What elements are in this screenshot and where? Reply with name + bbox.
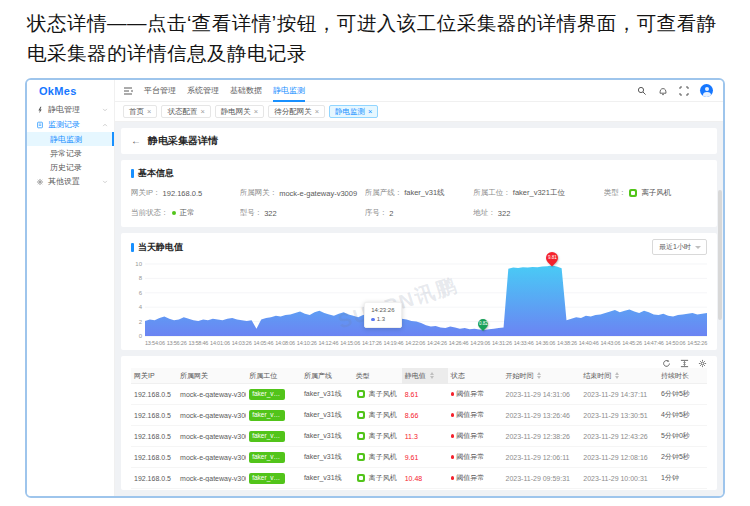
tab-bar: 首页×状态配置×静电网关×待分配网关×静电监测× [115,102,723,122]
sidebar-item-1[interactable]: 监测记录 [27,117,114,132]
table-row[interactable]: 192.168.0.5mock-e-gateway-v3009faker_v32… [131,468,707,489]
x-tick-label: 14:12:46 [319,340,339,346]
station-tag: faker_v321工位 [249,431,285,442]
field-label: 当前状态： [131,208,169,218]
field-value: 322 [498,209,511,218]
field-value: mock-e-gateway-v3009 [279,189,357,198]
column-header-line: 所属产线 [301,371,353,381]
section-bar [131,169,134,178]
user-avatar[interactable] [700,84,713,97]
close-icon[interactable]: × [254,108,258,116]
table-body: 192.168.0.5mock-e-gateway-v3009faker_v32… [131,384,707,489]
column-label: 所属网关 [180,371,208,381]
max-value-pin: 9.81 [546,252,558,264]
cell-end: 2023-11-29 14:37:11 [580,391,658,398]
alert-dot-icon [451,392,455,396]
field-label: 网关IP： [131,188,161,198]
topnav-item-3[interactable]: 静电监测 [273,80,305,102]
sort-icon[interactable] [615,372,619,379]
cell-duration: 6分钟5秒 [658,389,707,399]
x-tick-label: 14:36:06 [535,340,555,346]
scrollbar-thumb[interactable] [718,190,722,320]
info-field-5: 当前状态：正常 [131,208,240,218]
field-value: 192.168.0.5 [163,189,203,198]
table-row[interactable]: 192.168.0.5mock-e-gateway-v3009faker_v32… [131,447,707,468]
sidebar-menu: 静电管理监测记录静电监测异常记录历史记录其他设置 [27,102,114,189]
station-tag: faker_v321工位 [249,389,285,400]
refresh-icon[interactable] [662,359,671,368]
type-label: 离子风机 [369,473,397,483]
x-tick-label: 14:33:46 [514,340,534,346]
x-axis-labels: 13:54:0613:56:2613:58:4614:01:0614:03:26… [145,340,707,346]
density-icon[interactable] [680,359,689,368]
settings-icon[interactable] [698,359,707,368]
bell-icon[interactable] [658,86,668,96]
cell-gateway: mock-e-gateway-v3009 [177,454,246,461]
info-field-1: 所属网关：mock-e-gateway-v3009 [240,188,365,198]
x-tick-label: 14:01:06 [210,340,230,346]
chart-title: 当天静电值 [131,241,183,254]
topnav-item-1[interactable]: 系统管理 [187,80,219,102]
field-label: 型号： [240,208,263,218]
basic-info-card: 基本信息 网关IP：192.168.0.5所属网关：mock-e-gateway… [121,160,717,227]
section-bar [131,243,134,252]
chart-header: 当天静电值 最近1小时 [131,239,707,255]
column-header-value[interactable]: 静电值 [402,368,448,384]
tab-label: 状态配置 [167,107,197,117]
close-icon[interactable]: × [147,108,151,116]
column-header-station: 所属工位 [246,371,301,381]
fan-icon [629,189,637,197]
tab-0[interactable]: 首页× [123,105,157,118]
cell-end: 2023-11-29 12:43:26 [580,433,658,440]
x-tick-label: 14:31:26 [492,340,512,346]
sidebar-collapse-icon[interactable] [123,86,133,96]
cell-value: 8.66 [402,412,448,419]
y-tick-label: 10 [135,261,142,267]
close-icon[interactable]: × [368,108,372,116]
status-dot-icon [172,211,176,215]
page-title: 静电采集器详情 [148,134,218,148]
info-field-6: 型号：322 [240,208,365,218]
chart-tooltip: 14:23:26 1.3 [364,302,401,328]
column-header-end[interactable]: 结束时间 [580,371,658,381]
table-row[interactable]: 192.168.0.5mock-e-gateway-v3009faker_v32… [131,426,707,447]
chart-area[interactable]: SUNPN讯鹏 14:23:26 1.3 9.81 0.82 [145,260,707,338]
tab-2[interactable]: 静电网关× [215,105,264,118]
sidebar-item-5[interactable]: 其他设置 [27,174,114,189]
sidebar-subitem-3[interactable]: 异常记录 [27,146,114,160]
sidebar-subitem-2[interactable]: 静电监测 [27,132,114,146]
topnav-item-2[interactable]: 基础数据 [230,80,262,102]
column-header-status: 状态 [448,371,503,381]
field-value: 2 [389,209,393,218]
tab-1[interactable]: 状态配置× [161,105,210,118]
app-window: OkMes 静电管理监测记录静电监测异常记录历史记录其他设置 平台管理系统管理基… [25,78,725,498]
cell-value: 10.48 [402,475,448,482]
topnav-item-0[interactable]: 平台管理 [144,80,176,102]
sort-icon[interactable] [537,372,541,379]
time-range-select[interactable]: 最近1小时 [652,239,707,255]
station-tag: faker_v321工位 [249,473,285,484]
min-value-pin: 0.82 [478,319,490,331]
field-label: 所属产线： [365,188,403,198]
basic-info-fields: 网关IP：192.168.0.5所属网关：mock-e-gateway-v300… [131,188,707,218]
column-header-start[interactable]: 开始时间 [502,371,580,381]
tab-4[interactable]: 静电监测× [329,105,378,118]
y-tick-label: 0 [139,333,142,339]
fullscreen-icon[interactable] [679,86,689,96]
sidebar-item-label: 静电管理 [48,104,80,115]
sidebar-item-0[interactable]: 静电管理 [27,102,114,117]
tab-3[interactable]: 待分配网关× [268,105,325,118]
back-arrow-icon[interactable]: ← [131,136,141,146]
close-icon[interactable]: × [315,108,319,116]
sidebar-subitem-4[interactable]: 历史记录 [27,160,114,174]
column-label: 持续时长 [661,371,689,381]
y-tick-label: 4 [139,304,142,310]
field-value: faker_v31线 [404,188,444,198]
close-icon[interactable]: × [200,108,204,116]
sort-icon[interactable] [430,372,434,379]
x-tick-label: 13:56:26 [167,340,187,346]
table-row[interactable]: 192.168.0.5mock-e-gateway-v3009faker_v32… [131,405,707,426]
search-icon[interactable] [637,86,647,96]
cell-line: faker_v31线 [301,410,353,420]
table-row[interactable]: 192.168.0.5mock-e-gateway-v3009faker_v32… [131,384,707,405]
